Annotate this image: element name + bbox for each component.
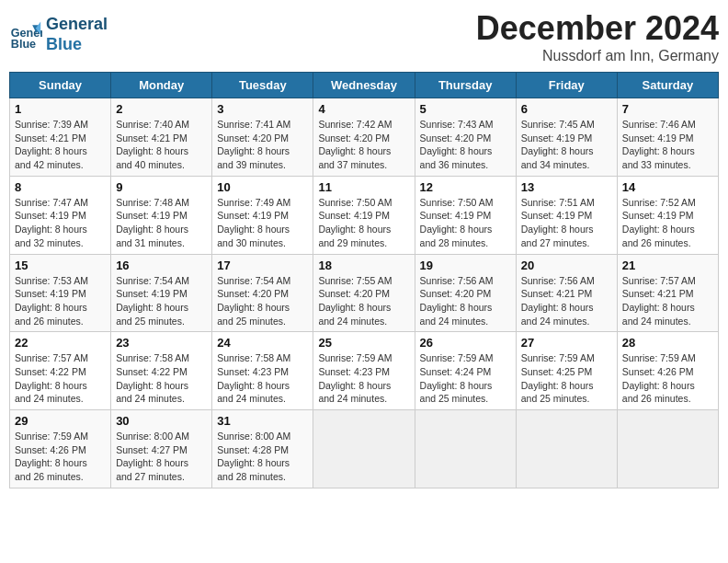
day-number: 12	[420, 180, 511, 194]
location-title: Nussdorf am Inn, Germany	[476, 48, 719, 64]
day-detail: Sunrise: 7:54 AMSunset: 4:19 PMDaylight:…	[116, 274, 207, 328]
day-number: 19	[420, 259, 511, 272]
calendar-week-5: 29Sunrise: 7:59 AMSunset: 4:26 PMDayligh…	[10, 410, 719, 488]
calendar-cell	[617, 410, 718, 488]
day-detail: Sunrise: 7:59 AMSunset: 4:26 PMDaylight:…	[622, 351, 713, 406]
day-number: 7	[622, 102, 713, 116]
calendar-cell	[516, 410, 617, 488]
day-number: 5	[420, 102, 511, 116]
day-detail: Sunrise: 8:00 AMSunset: 4:27 PMDaylight:…	[116, 430, 207, 484]
calendar-cell: 11Sunrise: 7:50 AMSunset: 4:19 PMDayligh…	[313, 176, 415, 254]
day-number: 26	[420, 336, 511, 350]
day-number: 16	[116, 259, 207, 272]
weekday-header-friday: Friday	[516, 73, 617, 98]
calendar-cell: 21Sunrise: 7:57 AMSunset: 4:21 PMDayligh…	[617, 254, 718, 332]
day-detail: Sunrise: 7:59 AMSunset: 4:24 PMDaylight:…	[420, 351, 511, 406]
day-detail: Sunrise: 7:41 AMSunset: 4:20 PMDaylight:…	[217, 118, 308, 172]
day-detail: Sunrise: 7:53 AMSunset: 4:19 PMDaylight:…	[15, 274, 106, 328]
weekday-header-row: SundayMondayTuesdayWednesdayThursdayFrid…	[10, 73, 719, 98]
day-number: 10	[217, 180, 308, 194]
calendar-cell: 26Sunrise: 7:59 AMSunset: 4:24 PMDayligh…	[415, 332, 516, 410]
logo: General Blue General Blue	[9, 15, 108, 54]
calendar-cell: 28Sunrise: 7:59 AMSunset: 4:26 PMDayligh…	[617, 332, 718, 410]
calendar-cell: 6Sunrise: 7:45 AMSunset: 4:19 PMDaylight…	[516, 98, 617, 177]
weekday-header-monday: Monday	[111, 73, 212, 98]
day-number: 8	[15, 180, 106, 194]
calendar-cell: 4Sunrise: 7:42 AMSunset: 4:20 PMDaylight…	[313, 98, 415, 177]
day-detail: Sunrise: 7:50 AMSunset: 4:19 PMDaylight:…	[420, 196, 511, 250]
day-detail: Sunrise: 7:46 AMSunset: 4:19 PMDaylight:…	[622, 118, 713, 172]
calendar-cell: 2Sunrise: 7:40 AMSunset: 4:21 PMDaylight…	[111, 98, 212, 177]
day-detail: Sunrise: 7:47 AMSunset: 4:19 PMDaylight:…	[15, 196, 106, 250]
day-detail: Sunrise: 7:56 AMSunset: 4:21 PMDaylight:…	[521, 274, 612, 328]
day-number: 13	[521, 180, 612, 194]
calendar-cell: 12Sunrise: 7:50 AMSunset: 4:19 PMDayligh…	[415, 176, 516, 254]
day-detail: Sunrise: 7:45 AMSunset: 4:19 PMDaylight:…	[521, 118, 612, 172]
calendar-cell: 30Sunrise: 8:00 AMSunset: 4:27 PMDayligh…	[111, 410, 212, 488]
day-number: 31	[217, 414, 308, 428]
calendar-cell: 16Sunrise: 7:54 AMSunset: 4:19 PMDayligh…	[111, 254, 212, 332]
calendar-table: SundayMondayTuesdayWednesdayThursdayFrid…	[9, 72, 719, 488]
day-number: 24	[217, 336, 308, 350]
day-detail: Sunrise: 7:55 AMSunset: 4:20 PMDaylight:…	[318, 274, 409, 328]
calendar-cell: 24Sunrise: 7:58 AMSunset: 4:23 PMDayligh…	[212, 332, 313, 410]
weekday-header-tuesday: Tuesday	[212, 73, 313, 98]
day-number: 1	[15, 102, 106, 116]
calendar-cell: 19Sunrise: 7:56 AMSunset: 4:20 PMDayligh…	[415, 254, 516, 332]
weekday-header-sunday: Sunday	[10, 73, 111, 98]
calendar-cell: 7Sunrise: 7:46 AMSunset: 4:19 PMDaylight…	[617, 98, 718, 177]
day-number: 27	[521, 336, 612, 350]
day-detail: Sunrise: 7:59 AMSunset: 4:26 PMDaylight:…	[15, 430, 106, 484]
day-number: 2	[116, 102, 207, 116]
calendar-cell: 10Sunrise: 7:49 AMSunset: 4:19 PMDayligh…	[212, 176, 313, 254]
day-detail: Sunrise: 7:58 AMSunset: 4:22 PMDaylight:…	[116, 351, 207, 406]
day-detail: Sunrise: 7:57 AMSunset: 4:21 PMDaylight:…	[622, 274, 713, 328]
day-detail: Sunrise: 7:52 AMSunset: 4:19 PMDaylight:…	[622, 196, 713, 250]
day-detail: Sunrise: 7:40 AMSunset: 4:21 PMDaylight:…	[116, 118, 207, 172]
day-detail: Sunrise: 7:56 AMSunset: 4:20 PMDaylight:…	[420, 274, 511, 328]
day-number: 15	[15, 259, 106, 272]
day-number: 21	[622, 259, 713, 272]
day-number: 25	[318, 336, 409, 350]
calendar-cell: 15Sunrise: 7:53 AMSunset: 4:19 PMDayligh…	[10, 254, 111, 332]
calendar-cell: 20Sunrise: 7:56 AMSunset: 4:21 PMDayligh…	[516, 254, 617, 332]
day-detail: Sunrise: 7:48 AMSunset: 4:19 PMDaylight:…	[116, 196, 207, 250]
day-detail: Sunrise: 7:43 AMSunset: 4:20 PMDaylight:…	[420, 118, 511, 172]
title-block: December 2024 Nussdorf am Inn, Germany	[476, 9, 719, 64]
day-number: 20	[521, 259, 612, 272]
day-number: 14	[622, 180, 713, 194]
day-detail: Sunrise: 7:51 AMSunset: 4:19 PMDaylight:…	[521, 196, 612, 250]
calendar-cell: 22Sunrise: 7:57 AMSunset: 4:22 PMDayligh…	[10, 332, 111, 410]
logo-line1: General	[46, 15, 108, 35]
logo-line2: Blue	[46, 35, 108, 55]
day-detail: Sunrise: 7:57 AMSunset: 4:22 PMDaylight:…	[15, 351, 106, 406]
calendar-cell: 17Sunrise: 7:54 AMSunset: 4:20 PMDayligh…	[212, 254, 313, 332]
day-detail: Sunrise: 7:58 AMSunset: 4:23 PMDaylight:…	[217, 351, 308, 406]
calendar-cell: 9Sunrise: 7:48 AMSunset: 4:19 PMDaylight…	[111, 176, 212, 254]
calendar-cell: 25Sunrise: 7:59 AMSunset: 4:23 PMDayligh…	[313, 332, 415, 410]
calendar-cell: 29Sunrise: 7:59 AMSunset: 4:26 PMDayligh…	[10, 410, 111, 488]
month-title: December 2024	[476, 9, 719, 48]
calendar-cell: 18Sunrise: 7:55 AMSunset: 4:20 PMDayligh…	[313, 254, 415, 332]
calendar-cell: 23Sunrise: 7:58 AMSunset: 4:22 PMDayligh…	[111, 332, 212, 410]
day-number: 22	[15, 336, 106, 350]
day-number: 17	[217, 259, 308, 272]
day-detail: Sunrise: 7:54 AMSunset: 4:20 PMDaylight:…	[217, 274, 308, 328]
day-number: 3	[217, 102, 308, 116]
day-number: 6	[521, 102, 612, 116]
logo-icon: General Blue	[9, 18, 42, 52]
calendar-cell: 13Sunrise: 7:51 AMSunset: 4:19 PMDayligh…	[516, 176, 617, 254]
day-number: 30	[116, 414, 207, 428]
day-detail: Sunrise: 7:50 AMSunset: 4:19 PMDaylight:…	[318, 196, 409, 250]
calendar-cell: 5Sunrise: 7:43 AMSunset: 4:20 PMDaylight…	[415, 98, 516, 177]
weekday-header-wednesday: Wednesday	[313, 73, 415, 98]
calendar-week-3: 15Sunrise: 7:53 AMSunset: 4:19 PMDayligh…	[10, 254, 719, 332]
day-number: 28	[622, 336, 713, 350]
page-header: General Blue General Blue December 2024 …	[9, 9, 719, 64]
day-number: 18	[318, 259, 409, 272]
day-detail: Sunrise: 7:59 AMSunset: 4:25 PMDaylight:…	[521, 351, 612, 406]
day-detail: Sunrise: 8:00 AMSunset: 4:28 PMDaylight:…	[217, 430, 308, 484]
day-number: 4	[318, 102, 409, 116]
day-detail: Sunrise: 7:49 AMSunset: 4:19 PMDaylight:…	[217, 196, 308, 250]
day-detail: Sunrise: 7:42 AMSunset: 4:20 PMDaylight:…	[318, 118, 409, 172]
